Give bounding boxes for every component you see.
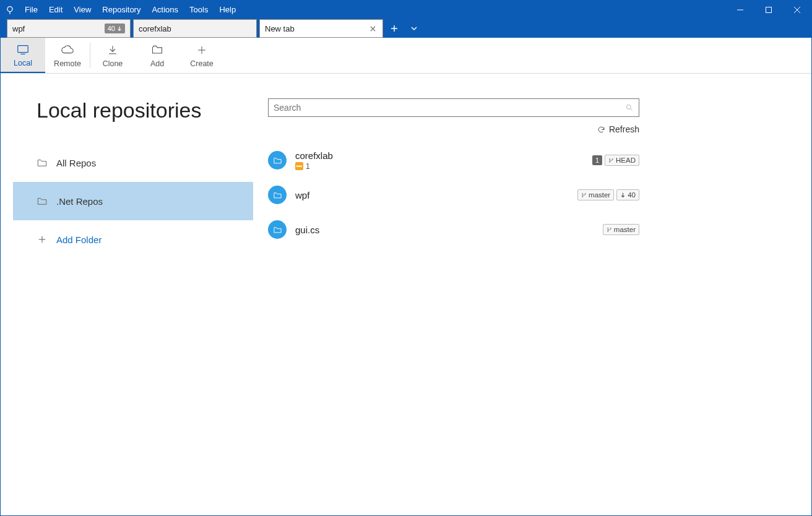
repo-name: wpf (295, 190, 309, 200)
svg-point-22 (610, 161, 611, 163)
download-icon (106, 43, 119, 57)
menu-view[interactable]: View (68, 1, 97, 19)
svg-rect-11 (18, 45, 28, 52)
content: Local repositories All Repos .Net Repos … (1, 74, 811, 515)
window-controls (726, 1, 811, 19)
close-icon (370, 26, 376, 32)
window-maximize-button[interactable] (754, 1, 783, 19)
repo-tags: master 40 (577, 189, 639, 200)
svg-line-20 (631, 109, 633, 111)
repo-name: corefxlab (295, 150, 333, 161)
search-box[interactable] (268, 98, 639, 117)
cloud-icon (61, 43, 74, 57)
sidebar-add-folder[interactable]: Add Folder (13, 220, 253, 259)
behind-tag[interactable]: 40 (616, 189, 639, 200)
arrow-down-icon (117, 26, 122, 31)
menu-repository[interactable]: Repository (97, 1, 146, 19)
window-close-button[interactable] (783, 1, 811, 19)
stash-icon: ••• (295, 162, 303, 170)
repo-folder-icon (268, 220, 287, 239)
toolbar-label: Add (150, 59, 164, 68)
tab-new[interactable]: New tab (259, 19, 383, 38)
menu-bar: File Edit View Repository Actions Tools … (19, 1, 241, 19)
pending-count-badge: 1 (592, 155, 602, 165)
monitor-icon (16, 43, 30, 56)
plus-icon (391, 25, 398, 32)
repo-stash-indicator: ••• 1 (295, 162, 333, 171)
refresh-button[interactable]: Refresh (268, 124, 639, 134)
plus-icon (195, 43, 209, 57)
svg-point-24 (582, 193, 584, 194)
svg-point-29 (607, 231, 608, 232)
branch-tag[interactable]: master (577, 189, 614, 200)
search-icon (625, 103, 634, 112)
branch-icon (608, 158, 614, 163)
folder-open-icon (150, 43, 164, 57)
tab-label: New tab (265, 24, 295, 33)
refresh-icon (597, 126, 605, 134)
branch-tag[interactable]: master (603, 224, 639, 235)
repo-tags: master (603, 224, 639, 235)
repo-info: gui.cs (295, 225, 319, 235)
svg-point-0 (7, 7, 12, 12)
tab-add-button[interactable] (386, 19, 403, 38)
svg-rect-3 (766, 7, 772, 13)
menu-file[interactable]: File (19, 1, 43, 19)
sidebar-item-label: All Repos (56, 158, 96, 168)
toolbar-label: Local (14, 59, 32, 67)
toolbar-create-button[interactable]: Create (179, 38, 224, 73)
menu-tools[interactable]: Tools (184, 1, 214, 19)
arrow-down-icon (620, 192, 626, 198)
svg-point-21 (610, 158, 611, 160)
app-logo-icon (1, 1, 19, 19)
folder-icon (37, 196, 48, 207)
branch-icon (607, 227, 612, 233)
window-minimize-button[interactable] (726, 1, 754, 19)
repo-folder-icon (268, 151, 287, 170)
toolbar-label: Create (190, 59, 214, 68)
main-panel: Refresh corefxlab ••• 1 1 HEAD (268, 98, 639, 503)
svg-point-26 (585, 193, 586, 194)
menu-help[interactable]: Help (214, 1, 241, 19)
toolbar-label: Clone (103, 59, 123, 68)
toolbar: Local Remote Clone Add Create (1, 38, 811, 74)
repo-row-corefxlab[interactable]: corefxlab ••• 1 1 HEAD (268, 143, 639, 178)
toolbar-clone-button[interactable]: Clone (90, 38, 135, 73)
svg-point-30 (610, 228, 611, 229)
search-input[interactable] (274, 103, 625, 113)
page-title: Local repositories (37, 98, 253, 123)
svg-point-28 (607, 228, 608, 229)
repo-name: gui.cs (295, 225, 319, 235)
tab-label: corefxlab (139, 24, 171, 33)
tab-dropdown-button[interactable] (405, 19, 423, 38)
plus-icon (37, 234, 48, 245)
repo-folder-icon (268, 186, 287, 204)
sidebar-item-all-repos[interactable]: All Repos (13, 144, 253, 182)
tab-close-button[interactable] (368, 24, 378, 33)
toolbar-remote-button[interactable]: Remote (45, 38, 90, 73)
toolbar-add-button[interactable]: Add (135, 38, 179, 73)
sidebar-item-label: .Net Repos (56, 196, 103, 207)
repo-info: wpf (295, 190, 309, 200)
tab-corefxlab[interactable]: corefxlab (133, 19, 257, 38)
branch-icon (581, 192, 587, 198)
toolbar-label: Remote (54, 59, 81, 68)
menu-actions[interactable]: Actions (146, 1, 184, 19)
tab-label: wpf (12, 24, 25, 33)
caret-down-icon (410, 25, 418, 32)
sidebar-item-net-repos[interactable]: .Net Repos (13, 182, 253, 220)
branch-tag[interactable]: HEAD (605, 155, 639, 166)
titlebar: File Edit View Repository Actions Tools … (1, 1, 811, 19)
tab-wpf[interactable]: wpf 40 (7, 19, 131, 38)
refresh-label: Refresh (609, 124, 639, 134)
menu-edit[interactable]: Edit (43, 1, 68, 19)
repo-row-guics[interactable]: gui.cs master (268, 212, 639, 247)
sidebar: Local repositories All Repos .Net Repos … (13, 98, 253, 503)
svg-point-19 (626, 105, 631, 109)
toolbar-local-button[interactable]: Local (1, 38, 45, 73)
sidebar-item-label: Add Folder (56, 234, 102, 245)
repo-row-wpf[interactable]: wpf master 40 (268, 178, 639, 212)
repo-tags: 1 HEAD (592, 155, 639, 166)
tab-behind-badge: 40 (105, 24, 125, 33)
repo-info: corefxlab ••• 1 (295, 150, 333, 171)
